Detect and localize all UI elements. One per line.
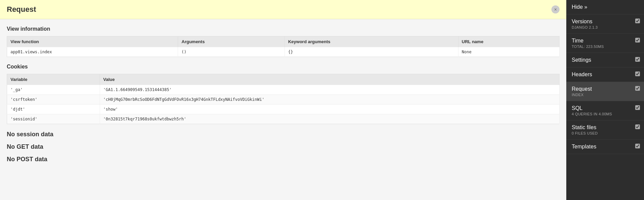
col-url-name: URL name [458,36,559,47]
sidebar-item-checkbox[interactable] [635,144,640,148]
view-information-table: View function Arguments Keyword argument… [7,36,560,57]
cell-arguments: () [178,47,284,57]
sidebar-item-headers[interactable]: Headers [566,67,644,82]
no-post-title: No POST data [7,156,560,163]
sidebar-item-checkbox[interactable] [635,19,640,23]
content-body: View information View function Arguments… [0,19,566,175]
sidebar-item-checkbox[interactable] [635,124,640,129]
sidebar-item-sql[interactable]: SQL4 queries in 4.00ms [566,101,644,120]
sidebar-item-checkbox[interactable] [635,38,640,42]
cookie-value: 'show' [100,105,559,114]
col-view-function: View function [7,36,178,47]
sidebar-item-label: Templates [572,144,596,149]
no-get-title: No GET data [7,143,560,150]
main-content: Request × View information View function… [0,0,566,200]
sidebar-item-label: SQL [572,105,583,111]
sidebar-item-static-files[interactable]: Static files0 files used [566,120,644,140]
page-title: Request [7,5,36,14]
sidebar-item-sublabel: Django 2.1.3 [572,25,639,29]
cookie-row: 'csrftoken''cH0jMqG70mrbRcSoOD6FdNTgGdVd… [7,95,560,105]
view-info-row: app01.views.index () {} None [7,47,560,57]
no-session-title: No session data [7,131,560,138]
col-value: Value [100,74,559,85]
sidebar-item-sublabel: 0 files used [572,131,639,135]
sidebar-item-checkbox[interactable] [635,105,640,110]
sidebar-item-label: Headers [572,72,592,77]
sidebar-items-container: VersionsDjango 2.1.3TimeTotal: 223.50msS… [566,15,644,154]
sidebar-item-sublabel: index [572,93,639,97]
cookie-variable: 'djdt' [7,105,100,114]
cookie-row: 'djdt''show' [7,105,560,114]
cell-keyword-arguments: {} [284,47,458,57]
cell-url-name: None [458,47,559,57]
view-information-title: View information [7,26,560,32]
cookie-value: 'cH0jMqG70mrbRcSoOD6FdNTgGdVdFOvR16x3gH7… [100,95,559,105]
sidebar-item-templates[interactable]: Templates [566,140,644,154]
cookies-header-row: Variable Value [7,74,560,85]
col-variable: Variable [7,74,100,85]
col-arguments: Arguments [178,36,284,47]
sidebar-item-sublabel: 4 queries in 4.00ms [572,112,639,116]
sidebar-item-label: Request [572,86,592,92]
sidebar-item-settings[interactable]: Settings [566,53,644,67]
sidebar-item-time[interactable]: TimeTotal: 223.50ms [566,34,644,53]
sidebar-item-checkbox[interactable] [635,57,640,62]
cookies-table-body: '_ga''GA1.1.664909549.1531444385''csrfto… [7,85,560,124]
cookies-title: Cookies [7,64,560,70]
view-info-header-row: View function Arguments Keyword argument… [7,36,560,47]
cookie-value: '0n32815t7kqr71968s0ukfwtdbwzh5rh' [100,114,559,124]
request-header: Request × [0,0,566,19]
cookie-variable: 'csrftoken' [7,95,100,105]
close-button[interactable]: × [551,5,560,13]
cookie-row: 'sessionid''0n32815t7kqr71968s0ukfwtdbwz… [7,114,560,124]
hide-button[interactable]: Hide » [566,0,644,15]
sidebar-item-sublabel: Total: 223.50ms [572,45,639,49]
cookie-value: 'GA1.1.664909549.1531444385' [100,85,559,95]
sidebar-item-label: Static files [572,124,596,130]
sidebar-item-checkbox[interactable] [635,72,640,76]
cookie-variable: 'sessionid' [7,114,100,124]
cookie-row: '_ga''GA1.1.664909549.1531444385' [7,85,560,95]
sidebar-item-label: Time [572,38,584,44]
cookies-table: Variable Value '_ga''GA1.1.664909549.153… [7,74,560,124]
sidebar: Hide » VersionsDjango 2.1.3TimeTotal: 22… [566,0,644,200]
cell-view-function: app01.views.index [7,47,178,57]
sidebar-item-label: Versions [572,19,592,24]
sidebar-item-versions[interactable]: VersionsDjango 2.1.3 [566,15,644,34]
sidebar-item-request[interactable]: Requestindex [566,82,644,101]
sidebar-item-checkbox[interactable] [635,86,640,91]
sidebar-item-label: Settings [572,57,591,63]
col-keyword-arguments: Keyword arguments [284,36,458,47]
cookie-variable: '_ga' [7,85,100,95]
